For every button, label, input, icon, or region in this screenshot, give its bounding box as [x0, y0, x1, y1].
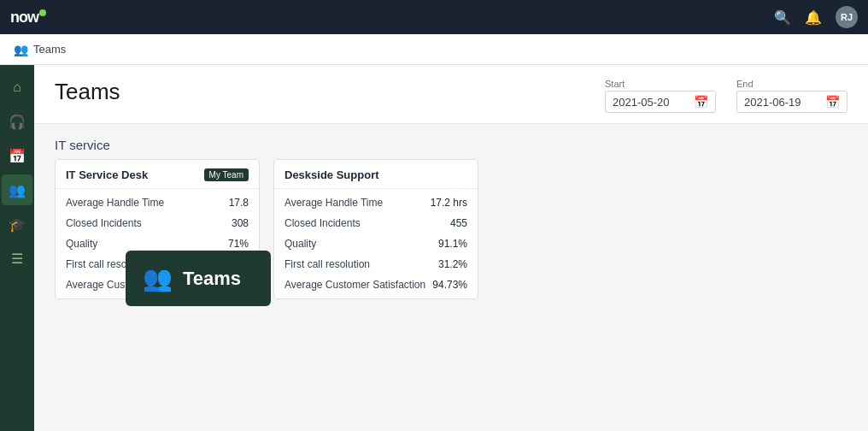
stat-row: Average Handle Time 17.8 — [56, 192, 259, 213]
content-wrapper: Teams Start 2021-05-20 📅 End 2021-06-19 — [34, 65, 868, 313]
logo: now — [10, 9, 46, 27]
sidebar: ⌂ 🎧 📅 👥 🎓 ☰ — [0, 65, 34, 431]
stat-label: Average Customer Satisfaction — [284, 279, 425, 291]
stat-label: Closed Incidents — [66, 217, 142, 229]
calendar-start-icon: 📅 — [694, 95, 708, 109]
stat-value: 17.2 hrs — [431, 197, 467, 209]
date-start-input[interactable]: 2021-05-20 📅 — [605, 91, 716, 113]
sidebar-item-people[interactable]: 👥 — [2, 174, 32, 205]
team-card-deskside-support[interactable]: Deskside Support Average Handle Time 17.… — [273, 159, 478, 299]
team-card-header: IT Service DeskMy Team — [56, 160, 259, 189]
team-stats: Average Handle Time 17.2 hrs Closed Inci… — [274, 189, 478, 298]
tooltip-icon: 👥 — [143, 264, 173, 292]
bell-icon[interactable]: 🔔 — [805, 9, 822, 26]
stat-label: Quality — [66, 238, 97, 250]
search-icon[interactable]: 🔍 — [774, 9, 791, 26]
calendar-end-icon: 📅 — [825, 95, 840, 109]
page-title: Teams — [55, 79, 120, 105]
sidebar-item-list[interactable]: ☰ — [2, 243, 32, 274]
team-name: Deskside Support — [284, 168, 379, 181]
date-end-field: End 2021-06-19 📅 — [736, 79, 847, 113]
topbar: now 🔍 🔔 RJ — [0, 0, 868, 34]
stat-row: Average Handle Time 17.2 hrs — [274, 192, 478, 213]
section-title: IT service — [34, 124, 868, 159]
sidebar-item-graduation[interactable]: 🎓 — [2, 209, 32, 239]
topbar-icons: 🔍 🔔 RJ — [774, 6, 858, 28]
breadcrumb-bar: 👥 Teams — [0, 34, 868, 65]
stat-value: 31.2% — [438, 258, 467, 270]
stat-label: Closed Incidents — [284, 217, 361, 229]
stat-value: 91.1% — [438, 238, 467, 250]
stat-value: 71% — [228, 238, 249, 250]
now-logo: now — [10, 9, 46, 27]
date-end-label: End — [736, 79, 847, 89]
my-team-badge: My Team — [204, 168, 249, 181]
main-layout: ⌂ 🎧 📅 👥 🎓 ☰ Teams Start 2021-05-20 📅 — [0, 65, 868, 431]
date-filters: Start 2021-05-20 📅 End 2021-06-19 📅 — [605, 79, 847, 113]
stat-value: 17.8 — [229, 197, 249, 209]
date-start-value: 2021-05-20 — [613, 96, 687, 109]
stat-label: Quality — [284, 238, 316, 250]
date-end-input[interactable]: 2021-06-19 📅 — [736, 91, 847, 113]
sidebar-item-home[interactable]: ⌂ — [2, 72, 32, 103]
date-end-value: 2021-06-19 — [744, 96, 818, 109]
stat-label: Average Handle Time — [284, 197, 383, 209]
stat-label: First call resolution — [284, 258, 370, 270]
sidebar-item-calendar[interactable]: 📅 — [2, 140, 32, 171]
date-start-label: Start — [605, 79, 716, 89]
teams-tooltip: 👥 Teams — [126, 251, 271, 306]
stat-value: 455 — [450, 217, 467, 229]
avatar[interactable]: RJ — [836, 6, 858, 28]
page-header: Teams Start 2021-05-20 📅 End 2021-06-19 — [34, 65, 868, 124]
date-start-field: Start 2021-05-20 📅 — [605, 79, 716, 113]
stat-value: 308 — [232, 217, 249, 229]
content-area: Teams Start 2021-05-20 📅 End 2021-06-19 — [34, 65, 868, 431]
stat-row: Average Customer Satisfaction 94.73% — [274, 275, 478, 295]
stat-label: Average Handle Time — [66, 197, 164, 209]
tooltip-label: Teams — [183, 268, 241, 290]
stat-row: Closed Incidents 455 — [274, 213, 478, 233]
stat-row: Quality 91.1% — [274, 233, 478, 254]
sidebar-item-headset[interactable]: 🎧 — [2, 106, 32, 137]
team-name: IT Service Desk — [66, 168, 148, 181]
stat-value: 94.73% — [432, 279, 467, 291]
stat-row: Closed Incidents 308 — [56, 213, 259, 233]
breadcrumb-icon: 👥 — [14, 43, 28, 56]
breadcrumb-text: Teams — [33, 43, 66, 56]
team-card-header: Deskside Support — [274, 160, 478, 189]
stat-row: First call resolution 31.2% — [274, 254, 478, 275]
